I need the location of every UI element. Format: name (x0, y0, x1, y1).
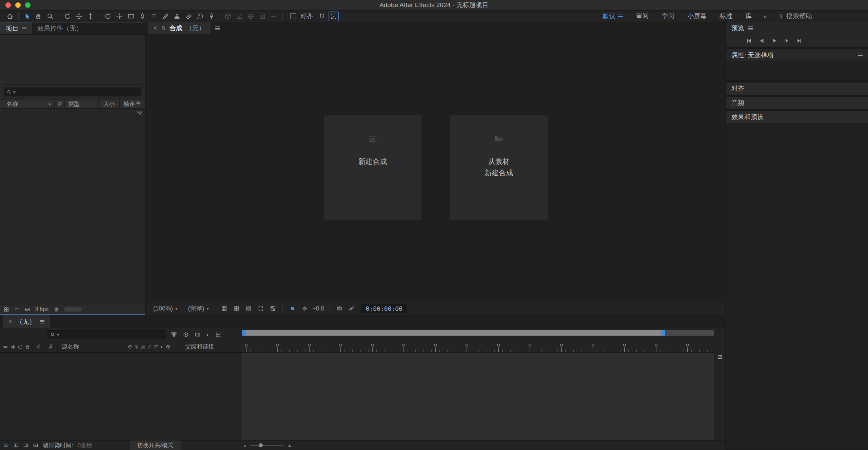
timeline-zoom-slider[interactable] (250, 445, 284, 446)
zoom-slider-thumb[interactable] (259, 443, 263, 447)
column-label-color[interactable] (55, 99, 65, 108)
preview-panel-header[interactable]: 预览 (726, 22, 868, 34)
quality-icon[interactable] (147, 344, 152, 349)
time-navigator-track[interactable] (242, 330, 714, 336)
shy-icon[interactable] (127, 344, 132, 349)
collapse-transformations-icon[interactable] (134, 344, 139, 349)
panel-menu-icon[interactable] (858, 54, 863, 57)
panel-menu-icon[interactable] (748, 26, 753, 30)
label-color-column[interactable] (33, 341, 44, 352)
eraser-tool[interactable] (183, 12, 194, 21)
toggle-transfer-pane-icon[interactable] (13, 443, 19, 448)
local-axis-mode-icon[interactable] (223, 12, 233, 21)
close-tab-icon[interactable]: × (153, 24, 157, 32)
audio-panel-header[interactable]: 音频 (726, 97, 868, 109)
timeline-ruler[interactable] (242, 341, 714, 353)
project-flowchart-icon[interactable] (137, 110, 142, 116)
rotation-tool[interactable] (103, 12, 113, 21)
toggle-switches-modes-button[interactable]: 切换开关/模式 (129, 440, 181, 450)
eye-icon[interactable] (3, 344, 8, 350)
pan-camera-tool[interactable] (74, 12, 84, 21)
panel-menu-icon[interactable] (22, 27, 26, 30)
column-type[interactable]: 类型 (65, 99, 99, 108)
tab-project[interactable]: 项目 (0, 22, 32, 34)
time-navigator-bar[interactable] (242, 330, 665, 336)
next-frame-button[interactable] (783, 37, 790, 44)
tab-timeline[interactable]: × （无） (3, 315, 50, 328)
zoom-out-mountain-icon[interactable]: ▲ (243, 444, 246, 447)
lock-icon[interactable] (161, 25, 166, 31)
timeline-track-area[interactable] (242, 353, 714, 440)
tab-composition[interactable]: × 合成 （无） (148, 22, 211, 34)
toggle-inout-pane-icon[interactable] (23, 443, 28, 448)
camera-settings-icon[interactable] (257, 12, 268, 21)
type-tool[interactable]: T (149, 12, 159, 21)
project-items-list[interactable] (0, 109, 145, 304)
crosshair-icon[interactable] (269, 12, 279, 21)
graph-editor-icon[interactable] (215, 332, 221, 338)
lock-icon[interactable] (25, 344, 30, 350)
help-search-field[interactable]: 搜索帮助 (778, 12, 863, 21)
timeline-vertical-scrollbar[interactable] (714, 353, 725, 440)
snap-options-button[interactable] (329, 12, 339, 21)
properties-panel-header[interactable]: 属性: 无选择项 (726, 49, 868, 61)
mini-flowchart-icon[interactable] (171, 332, 177, 338)
home-tool[interactable] (5, 12, 15, 21)
interpret-footage-icon[interactable] (4, 307, 9, 312)
3d-layer-icon[interactable] (166, 344, 171, 349)
exposure-gear-icon[interactable] (300, 304, 309, 313)
minimize-window-button[interactable] (15, 2, 21, 8)
close-tab-icon[interactable]: × (8, 318, 12, 325)
time-navigator-end-handle[interactable] (661, 330, 665, 336)
tab-effect-controls[interactable]: 效果控件（无） (32, 22, 88, 34)
last-frame-button[interactable] (796, 37, 803, 44)
show-snapshot-icon[interactable] (347, 304, 356, 313)
exposure-value[interactable]: +0.0 (312, 305, 324, 312)
pan-behind-tool[interactable] (114, 12, 124, 21)
panel-menu-icon[interactable] (211, 22, 225, 34)
magnification-dropdown[interactable]: (100%)▾ (153, 305, 178, 312)
align-panel-header[interactable]: 对齐 (726, 82, 868, 95)
new-folder-icon[interactable] (14, 307, 20, 312)
parent-link-column[interactable]: 父级和链接 (176, 341, 242, 352)
fullscreen-window-button[interactable] (25, 2, 31, 8)
shape-tool[interactable] (126, 12, 136, 21)
resolution-dropdown[interactable]: (完整)▾ (188, 304, 209, 313)
panel-menu-icon[interactable] (40, 320, 44, 323)
workspace-menu-icon[interactable] (618, 15, 623, 18)
close-window-button[interactable] (5, 2, 11, 8)
new-composition-from-footage-card[interactable]: 从素材 新建合成 (450, 115, 548, 220)
search-filter-caret-icon[interactable]: ▾ (13, 90, 16, 94)
timeline-layer-list[interactable] (0, 353, 242, 440)
puppet-pin-tool[interactable] (206, 12, 217, 21)
composition-button-icon[interactable] (717, 354, 723, 440)
mask-visibility-icon[interactable] (244, 304, 253, 313)
timeline-search-input[interactable]: ▾ (47, 330, 165, 339)
search-filter-caret-icon[interactable]: ▾ (57, 333, 59, 337)
play-button[interactable] (771, 37, 777, 44)
workspace-tab-standard[interactable]: 标准 (719, 12, 732, 21)
frame-blend-icon[interactable] (195, 332, 201, 338)
pen-tool[interactable] (137, 12, 147, 21)
project-search-input[interactable]: ▾ (4, 88, 141, 96)
workspace-tab-small-screen[interactable]: 小屏幕 (687, 12, 707, 21)
new-composition-card[interactable]: 新建合成 (324, 115, 421, 220)
column-size[interactable]: 大小 (99, 99, 120, 108)
column-name[interactable]: 名称 ▲ (0, 99, 55, 108)
current-timecode[interactable]: 0:00:00:00 (361, 304, 407, 313)
toggle-switches-pane-icon[interactable] (3, 443, 9, 448)
color-management-icon[interactable] (288, 304, 297, 313)
draft-3d-icon[interactable] (183, 332, 189, 338)
effects-presets-panel-header[interactable]: 效果和预设 (726, 111, 868, 123)
toggle-render-pane-icon[interactable] (33, 443, 38, 448)
selection-tool[interactable] (22, 12, 32, 21)
source-name-column[interactable]: 源名称 (58, 341, 122, 352)
previous-frame-button[interactable] (758, 37, 765, 44)
trash-icon[interactable] (54, 307, 59, 312)
snap-magnet-icon[interactable] (317, 12, 327, 21)
workspace-overflow-chevron[interactable]: » (763, 12, 767, 20)
clone-stamp-tool[interactable] (172, 12, 182, 21)
workspace-tab-learn[interactable]: 学习 (662, 12, 674, 21)
transparency-grid-icon[interactable] (268, 304, 277, 313)
view-axis-mode-icon[interactable] (246, 12, 256, 21)
